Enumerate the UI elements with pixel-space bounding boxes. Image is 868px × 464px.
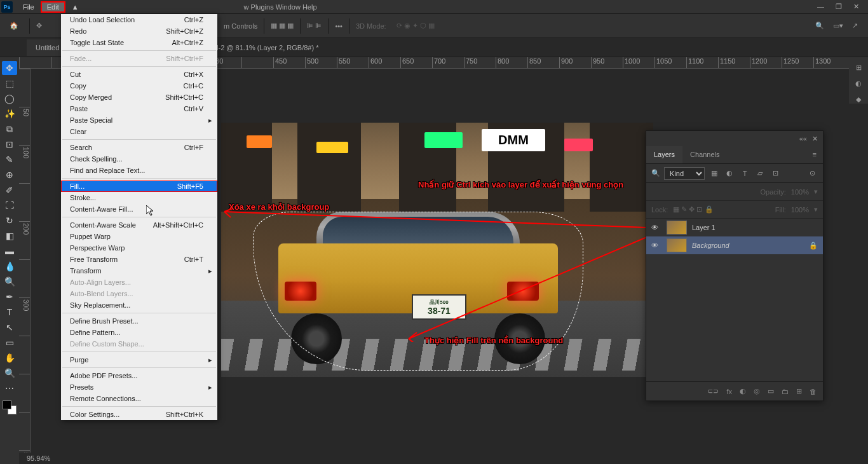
zoom-tool[interactable]: 🔍 xyxy=(2,366,17,380)
dock-icon[interactable]: ⊞ xyxy=(856,64,862,72)
distribute-icon[interactable]: ⊫ ⊫ xyxy=(307,22,322,30)
visibility-icon[interactable]: 👁 xyxy=(651,242,661,249)
menu-item-find-and-replace-text-[interactable]: Find and Replace Text... xyxy=(61,165,217,176)
menu-item-fill-[interactable]: Fill...Shift+F5 xyxy=(61,181,217,192)
filter-kind-select[interactable]: Kind xyxy=(664,167,705,180)
lock-icon[interactable]: 🔒 xyxy=(809,242,818,250)
close-button[interactable]: ✕ xyxy=(853,3,859,11)
type-tool[interactable]: T xyxy=(2,305,17,319)
align-icon[interactable]: ▦ ▦ ▦ xyxy=(271,22,294,30)
layer-thumbnail[interactable] xyxy=(667,221,687,235)
menu-item-define-brush-preset-[interactable]: Define Brush Preset... xyxy=(61,315,217,327)
move-tool-icon[interactable]: ✥ xyxy=(36,22,42,30)
dodge-tool[interactable]: 🔍 xyxy=(2,275,17,289)
layers-footer-icon[interactable]: 🗀 xyxy=(782,388,789,395)
eraser-tool[interactable]: ◧ xyxy=(2,229,17,243)
panel-collapse-icon[interactable]: «« xyxy=(799,135,807,142)
filter-type-icon[interactable]: T xyxy=(739,168,750,179)
menu-item-pinned[interactable]: ▲ xyxy=(65,1,85,13)
menu-file[interactable]: File xyxy=(17,1,41,13)
channels-tab[interactable]: Channels xyxy=(682,146,727,163)
more-icon[interactable]: ••• xyxy=(335,22,342,30)
menu-item-search[interactable]: SearchCtrl+F xyxy=(61,142,217,153)
zoom-level[interactable]: 95.94% xyxy=(27,454,50,462)
share-icon[interactable]: ↗ xyxy=(852,22,858,30)
menu-item-copy[interactable]: CopyCtrl+C xyxy=(61,80,217,92)
move-tool[interactable]: ✥ xyxy=(2,61,17,75)
layers-footer-icon[interactable]: ◎ xyxy=(754,387,760,395)
tab-doc2[interactable]: ed-2 @ 81.1% (Layer 2, RGB/8#) * xyxy=(201,39,327,56)
filter-smart-icon[interactable]: ⊡ xyxy=(770,168,781,179)
menu-item-free-transform[interactable]: Free TransformCtrl+T xyxy=(61,254,217,265)
menu-item-toggle-last-state[interactable]: Toggle Last StateAlt+Ctrl+Z xyxy=(61,37,217,48)
brush-tool[interactable]: ✐ xyxy=(2,183,17,197)
dock-icon[interactable]: ◐ xyxy=(855,79,862,88)
minimize-button[interactable]: — xyxy=(817,3,824,11)
layers-footer-icon[interactable]: ▭ xyxy=(768,387,774,395)
menu-item-purge[interactable]: Purge xyxy=(61,354,217,365)
blur-tool[interactable]: 💧 xyxy=(2,259,17,273)
wand-tool[interactable]: ✨ xyxy=(2,107,17,121)
visibility-icon[interactable]: 👁 xyxy=(651,224,661,231)
layer-name[interactable]: Layer 1 xyxy=(692,224,818,231)
marquee-tool[interactable]: ⬚ xyxy=(2,76,17,90)
layer-thumbnail[interactable] xyxy=(667,238,687,252)
heal-tool[interactable]: ⊕ xyxy=(2,168,17,182)
filter-toggle-icon[interactable]: ⊙ xyxy=(806,168,818,179)
shape-tool[interactable]: ▭ xyxy=(2,336,17,350)
pen-tool[interactable]: ✒ xyxy=(2,290,17,304)
color-swatch[interactable] xyxy=(3,400,17,414)
filter-shape-icon[interactable]: ▱ xyxy=(754,168,766,179)
menu-item-content-aware-scale[interactable]: Content-Aware ScaleAlt+Shift+Ctrl+C xyxy=(61,219,217,231)
maximize-button[interactable]: ❐ xyxy=(836,3,842,11)
menu-item-content-aware-fill-[interactable]: Content-Aware Fill... xyxy=(61,203,217,215)
panel-close-icon[interactable]: ✕ xyxy=(812,135,818,143)
filter-adjust-icon[interactable]: ◐ xyxy=(724,168,735,179)
layers-footer-icon[interactable]: fx xyxy=(726,388,732,395)
menu-item-undo-load-selection[interactable]: Undo Load SelectionCtrl+Z xyxy=(61,14,217,25)
menu-item-transform[interactable]: Transform xyxy=(61,265,217,276)
menu-item-puppet-warp[interactable]: Puppet Warp xyxy=(61,231,217,242)
home-button[interactable]: 🏠 xyxy=(5,17,23,35)
menu-item-perspective-warp[interactable]: Perspective Warp xyxy=(61,242,217,254)
menu-item-define-pattern-[interactable]: Define Pattern... xyxy=(61,327,217,338)
menu-item-color-settings-[interactable]: Color Settings...Shift+Ctrl+K xyxy=(61,409,217,420)
menu-item-redo[interactable]: RedoShift+Ctrl+Z xyxy=(61,25,217,37)
search-icon[interactable]: 🔍 xyxy=(815,22,824,30)
dock-icon[interactable]: ◆ xyxy=(856,95,861,104)
layers-footer-icon[interactable]: ⊂⊃ xyxy=(707,387,719,395)
menu-item-remote-connections-[interactable]: Remote Connections... xyxy=(61,393,217,404)
edit-toolbar[interactable]: ⋯ xyxy=(2,381,17,395)
history-brush-tool[interactable]: ↻ xyxy=(2,214,17,228)
layers-tab[interactable]: Layers xyxy=(646,146,682,163)
menu-item-sky-replacement-[interactable]: Sky Replacement... xyxy=(61,299,217,311)
menu-item-adobe-pdf-presets-[interactable]: Adobe PDF Presets... xyxy=(61,370,217,381)
frame-tool[interactable]: ⊡ xyxy=(2,137,17,151)
gradient-tool[interactable]: ▬ xyxy=(2,244,17,258)
menu-item-check-spelling-[interactable]: Check Spelling... xyxy=(61,153,217,165)
panel-menu-icon[interactable]: ≡ xyxy=(806,146,823,163)
menu-item-cut[interactable]: CutCtrl+X xyxy=(61,69,217,80)
layer-row-1[interactable]: 👁 Layer 1 xyxy=(646,219,823,236)
menu-item-stroke-[interactable]: Stroke... xyxy=(61,192,217,203)
stamp-tool[interactable]: ⛶ xyxy=(2,198,17,212)
menu-item-paste[interactable]: PasteCtrl+V xyxy=(61,103,217,114)
filter-pixel-icon[interactable]: ▦ xyxy=(709,168,720,179)
layer-name[interactable]: Background xyxy=(692,242,804,249)
layers-footer-icon[interactable]: ⊞ xyxy=(796,387,802,395)
layer-row-background[interactable]: 👁 Background 🔒 xyxy=(646,236,823,254)
menu-item-paste-special[interactable]: Paste Special xyxy=(61,114,217,126)
layers-footer-icon[interactable]: ◐ xyxy=(740,387,746,395)
menu-item-presets[interactable]: Presets xyxy=(61,381,217,393)
filter-search-icon[interactable]: 🔍 xyxy=(651,169,660,177)
menu-edit[interactable]: Edit xyxy=(41,1,65,13)
crop-tool[interactable]: ⧉ xyxy=(2,122,17,136)
layers-footer-icon[interactable]: 🗑 xyxy=(810,388,817,395)
workspace-icon[interactable]: ▭▾ xyxy=(833,22,843,30)
menu-item-copy-merged[interactable]: Copy MergedShift+Ctrl+C xyxy=(61,92,217,103)
eyedropper-tool[interactable]: ✎ xyxy=(2,153,17,167)
lasso-tool[interactable]: ◯ xyxy=(2,92,17,106)
path-tool[interactable]: ↖ xyxy=(2,320,17,334)
hand-tool[interactable]: ✋ xyxy=(2,351,17,365)
menu-item-clear[interactable]: Clear xyxy=(61,126,217,137)
